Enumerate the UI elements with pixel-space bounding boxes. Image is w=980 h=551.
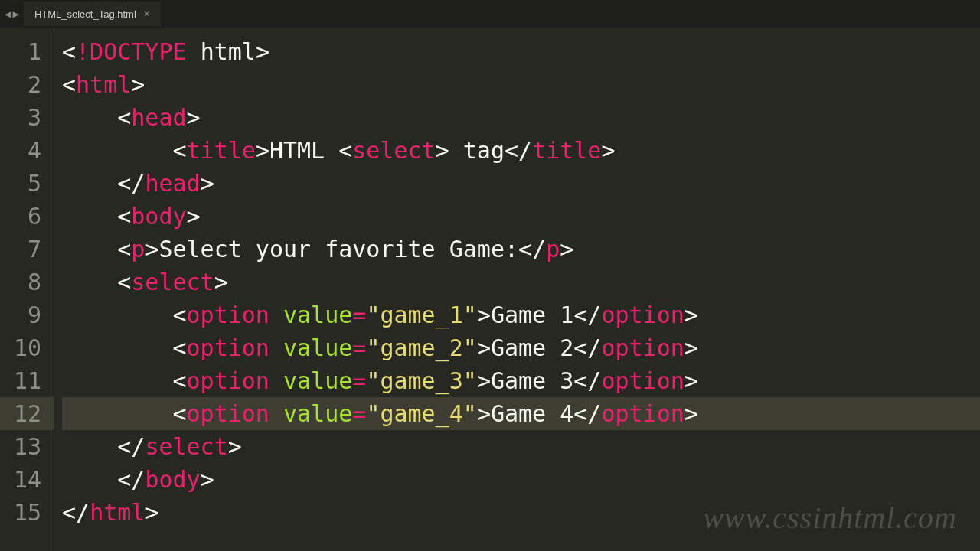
line-number: 9 <box>0 298 54 331</box>
code-line: </body> <box>62 463 980 496</box>
line-number: 15 <box>0 496 54 529</box>
line-number: 6 <box>0 200 54 233</box>
code-area[interactable]: <!DOCTYPE html> <html> <head> <title>HTM… <box>54 28 980 551</box>
line-number: 7 <box>0 233 54 266</box>
code-line: <option value="game_2">Game 2</option> <box>62 331 980 364</box>
nav-back-icon[interactable]: ◀ <box>5 8 11 20</box>
nav-arrows: ◀ ▶ <box>5 8 19 20</box>
tab-file[interactable]: HTML_select_Tag.html × <box>24 2 161 26</box>
code-line: </head> <box>62 167 980 200</box>
line-number: 11 <box>0 364 54 397</box>
code-line: <option value="game_1">Game 1</option> <box>62 298 980 331</box>
code-line: <select> <box>62 266 980 298</box>
line-number: 5 <box>0 167 54 200</box>
line-number: 10 <box>0 331 54 364</box>
code-line: <option value="game_4">Game 4</option> <box>62 397 980 430</box>
line-number: 3 <box>0 101 54 134</box>
code-line: <title>HTML <select> tag</title> <box>62 134 980 167</box>
nav-forward-icon[interactable]: ▶ <box>12 8 18 20</box>
code-line: </select> <box>62 430 980 463</box>
code-line: <p>Select your favorite Game:</p> <box>62 233 980 266</box>
line-number: 13 <box>0 430 54 463</box>
gutter: 1 2 3 4 5 6 7 8 9 10 11 12 13 14 15 <box>0 28 54 551</box>
line-number: 8 <box>0 266 54 298</box>
line-number: 4 <box>0 134 54 167</box>
line-number: 14 <box>0 463 54 496</box>
code-line: <!DOCTYPE html> <box>62 35 980 68</box>
editor: 1 2 3 4 5 6 7 8 9 10 11 12 13 14 15 <!DO… <box>0 28 980 551</box>
code-line: <html> <box>62 68 980 101</box>
code-line: <option value="game_3">Game 3</option> <box>62 364 980 397</box>
code-line: <body> <box>62 200 980 233</box>
line-number: 1 <box>0 35 54 68</box>
line-number: 2 <box>0 68 54 101</box>
tab-bar: ◀ ▶ HTML_select_Tag.html × <box>0 0 980 28</box>
close-icon[interactable]: × <box>144 8 150 20</box>
watermark: www.cssinhtml.com <box>703 500 957 536</box>
tab-filename: HTML_select_Tag.html <box>34 8 136 20</box>
line-number: 12 <box>0 397 54 430</box>
code-line: <head> <box>62 101 980 134</box>
